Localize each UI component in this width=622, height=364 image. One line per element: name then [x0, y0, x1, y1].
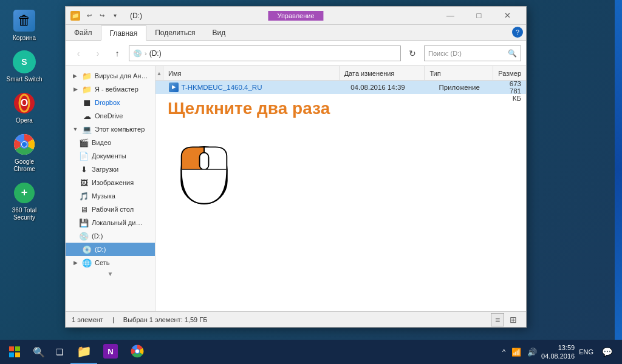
sidebar-item-onedrive[interactable]: ▶ ☁ OneDrive: [66, 109, 155, 123]
volume-icon[interactable]: 🔊: [525, 348, 539, 357]
clock-time: 13:59: [541, 343, 575, 352]
taskbar-item-explorer[interactable]: 📁: [70, 340, 97, 364]
status-view-buttons: ≡ ⊞: [491, 313, 520, 326]
desktop-icon-chrome[interactable]: Google Chrome: [1, 130, 47, 175]
task-view-icon: ❑: [56, 347, 64, 357]
sidebar-label-local-disk: Локальный дис...: [92, 219, 143, 226]
sidebar-item-local-disk[interactable]: 💾 Локальный дис...: [66, 216, 155, 229]
sidebar-item-desktop[interactable]: 🖥 Рабочий стол: [66, 203, 155, 216]
sidebar-item-webmaster[interactable]: ▶ 📁 Я - вебмастер: [66, 83, 155, 96]
up-button[interactable]: ↑: [109, 46, 125, 61]
wifi-icon[interactable]: 📶: [510, 348, 523, 357]
file-type-cell: Приложение: [434, 81, 504, 93]
view-icons-button[interactable]: ⊞: [507, 313, 520, 326]
sidebar-label-this-pc: Этот компьютер: [95, 126, 145, 133]
notification-icon: 💬: [602, 347, 612, 357]
svg-rect-13: [200, 153, 209, 170]
qat-dropdown-btn[interactable]: ▾: [109, 10, 120, 21]
desktop-icon-opera[interactable]: O Opera: [1, 89, 47, 127]
column-headers: ▲ Имя Дата изменения Тип Размер: [156, 66, 526, 81]
sidebar-scroll-down[interactable]: ▼: [66, 269, 155, 278]
images-icon: 🖼: [79, 178, 89, 187]
title-bar-app-label: Управление: [268, 12, 323, 20]
title-bar: 📁 ↩ ↪ ▾ (D:) Управление — □ ✕: [66, 7, 526, 25]
smart-switch-label: Smart Switch: [7, 76, 43, 83]
sidebar-item-d-drive-sub[interactable]: 💿 (D:): [66, 229, 155, 243]
sidebar-label-desktop: Рабочий стол: [92, 206, 134, 213]
sidebar-label-network: Сеть: [95, 259, 109, 266]
search-icon: 🔍: [508, 49, 517, 58]
refresh-button[interactable]: ↻: [405, 46, 420, 61]
mouse-illustration: [168, 124, 241, 209]
sidebar-item-video[interactable]: 🎬 Видео: [66, 136, 155, 149]
back-button[interactable]: ‹: [70, 46, 86, 61]
start-button[interactable]: [0, 340, 29, 364]
network-icon: 🌐: [82, 258, 92, 268]
help-button[interactable]: ?: [512, 27, 523, 38]
360-security-icon: +: [12, 181, 36, 205]
tray-chevron-icon[interactable]: ^: [501, 348, 507, 356]
sidebar-item-d-drive-main[interactable]: ▶ 💿 (D:): [66, 243, 155, 256]
sidebar-item-viruses[interactable]: ▶ 📁 Вирусы для Анд...: [66, 69, 155, 83]
desktop-icon-recycle-bin[interactable]: 🗑 Корзина: [1, 6, 47, 44]
notification-button[interactable]: 💬: [598, 340, 616, 364]
dblclick-text: Щелкните два раза: [168, 99, 330, 118]
tab-home[interactable]: Главная: [101, 25, 147, 41]
table-row[interactable]: ▶ T-HKMDEUC_1460.4_RU 04.08.2016 14:39 П…: [156, 81, 526, 94]
sidebar-item-music[interactable]: 🎵 Музыка: [66, 189, 155, 203]
sidebar-item-dropbox[interactable]: ▶ ◼ Dropbox: [66, 96, 155, 109]
qat-redo-btn[interactable]: ↪: [97, 10, 108, 21]
forward-button[interactable]: ›: [90, 46, 106, 61]
video-icon: 🎬: [79, 138, 89, 147]
tab-share[interactable]: Поделиться: [146, 25, 203, 40]
search-bar[interactable]: Поиск: (D:) 🔍: [424, 46, 521, 61]
taskbar-item-onenote[interactable]: N: [97, 340, 124, 364]
taskbar-item-chrome[interactable]: [124, 340, 151, 364]
file-explorer-window: 📁 ↩ ↪ ▾ (D:) Управление — □ ✕ Файл: [65, 6, 527, 328]
sidebar-label-viruses: Вирусы для Анд...: [95, 72, 150, 79]
search-circle-icon: 🔍: [33, 346, 45, 358]
sidebar-label-d-main: (D:): [95, 246, 106, 253]
file-list: ▶ T-HKMDEUC_1460.4_RU 04.08.2016 14:39 П…: [156, 81, 526, 311]
opera-label: Opera: [16, 117, 33, 124]
col-header-size[interactable]: Размер: [493, 66, 526, 80]
task-view-button[interactable]: ❑: [49, 340, 70, 364]
address-bar[interactable]: 💿 › (D:): [129, 46, 401, 61]
computer-icon: 💻: [82, 124, 92, 134]
sidebar-item-this-pc[interactable]: ▼ 💻 Этот компьютер: [66, 123, 155, 136]
lang-indicator[interactable]: ENG: [577, 348, 595, 356]
windows-logo-icon: [9, 346, 20, 357]
sidebar-item-downloads[interactable]: ⬇ Загрузки: [66, 163, 155, 176]
close-button[interactable]: ✕: [494, 7, 521, 25]
onenote-taskbar-icon: N: [103, 344, 118, 359]
system-tray: ^ 📶 🔊 13:59 04.08.2016 ENG 💬: [494, 340, 622, 364]
maximize-button[interactable]: □: [465, 7, 493, 25]
col-header-name[interactable]: Имя: [163, 66, 340, 80]
sidebar-item-images[interactable]: 🖼 Изображения: [66, 176, 155, 189]
title-bar-folder-icon: 📁: [70, 11, 80, 21]
desktop-icon-360-security[interactable]: + 360 Total Security: [1, 178, 47, 224]
tab-view[interactable]: Вид: [203, 25, 234, 40]
chrome-label: Google Chrome: [4, 158, 45, 173]
address-icon: 💿: [133, 49, 142, 58]
minimize-button[interactable]: —: [437, 7, 464, 25]
tab-file[interactable]: Файл: [66, 25, 101, 40]
recycle-bin-icon: 🗑: [12, 8, 36, 33]
clock-date: 04.08.2016: [541, 352, 575, 360]
sidebar-label-dropbox: Dropbox: [95, 99, 120, 106]
col-sort-icon[interactable]: ▲: [156, 66, 163, 80]
ribbon-tabs: Файл Главная Поделиться Вид ?: [66, 25, 526, 41]
col-header-date[interactable]: Дата изменения: [340, 66, 425, 80]
view-details-button[interactable]: ≡: [491, 313, 504, 326]
clock-display[interactable]: 13:59 04.08.2016: [541, 343, 575, 361]
col-header-type[interactable]: Тип: [425, 66, 493, 80]
smart-switch-icon: S: [12, 50, 36, 74]
sidebar-item-documents[interactable]: 📄 Документы: [66, 149, 155, 163]
desktop-icon: 🖥: [79, 204, 89, 214]
desktop-icon-smart-switch[interactable]: S Smart Switch: [1, 47, 47, 86]
360-security-label: 360 Total Security: [4, 207, 45, 221]
sidebar-item-network[interactable]: ▶ 🌐 Сеть: [66, 256, 155, 269]
taskbar: 🔍 ❑ 📁 N: [0, 340, 622, 364]
qat-undo-btn[interactable]: ↩: [84, 10, 95, 21]
taskbar-search-button[interactable]: 🔍: [29, 340, 49, 364]
